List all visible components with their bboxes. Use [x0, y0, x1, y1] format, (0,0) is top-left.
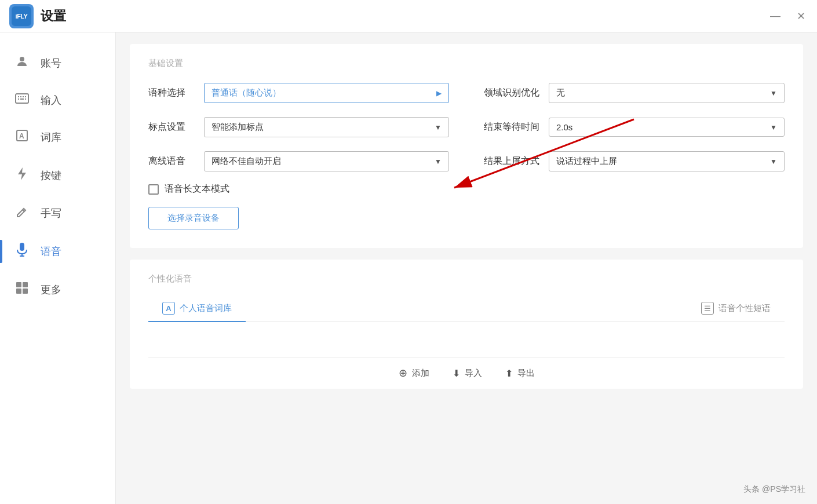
hotkey-icon [14, 167, 30, 184]
export-action[interactable]: ⬆ 导出 [505, 367, 535, 379]
more-label: 更多 [41, 283, 61, 297]
export-label: 导出 [517, 368, 535, 379]
svg-marker-11 [18, 167, 26, 180]
voice-label: 语音 [41, 244, 61, 258]
handwrite-icon [14, 205, 30, 221]
voice-icon [14, 242, 30, 261]
sidebar-item-wrapper-input: 输入 [0, 82, 115, 118]
result-display-label: 结果上屏方式 [484, 155, 539, 167]
end-wait-value: 2.0s [556, 122, 572, 132]
end-wait-arrow-icon: ▼ [770, 123, 777, 132]
punctuation-row: 标点设置 智能添加标点 ▼ [148, 117, 449, 137]
punctuation-arrow-icon: ▼ [435, 123, 442, 132]
tab2-label: 语音个性短语 [718, 303, 771, 314]
language-select[interactable]: 普通话（随心说） ▶ [204, 83, 449, 103]
basic-settings-title: 基础设置 [148, 58, 785, 69]
domain-label: 领域识别优化 [484, 87, 539, 99]
tabs-row: A 个人语音词库 ☰ 语音个性短语 [148, 296, 785, 322]
sidebar-item-voice[interactable]: 语音 [0, 232, 115, 271]
app-title: 设置 [41, 8, 66, 25]
domain-control: 无 ▼ [549, 83, 785, 103]
svg-text:A: A [19, 132, 24, 140]
vocabulary-label: 词库 [41, 130, 61, 144]
content-area: 基础设置 语种选择 普通话（随心说） ▶ 领域 [116, 32, 817, 504]
personal-settings-title: 个性化语音 [148, 273, 785, 284]
result-display-arrow-icon: ▼ [770, 158, 777, 166]
window-controls: — ✕ [768, 9, 808, 23]
offline-control: 网络不佳自动开启 ▼ [204, 151, 449, 171]
bottom-actions: ⊕ 添加 ⬇ 导入 ⬆ 导出 [148, 357, 785, 389]
sidebar-item-wrapper-voice: 语音 [0, 232, 115, 271]
punctuation-select[interactable]: 智能添加标点 ▼ [204, 117, 449, 137]
offline-row: 离线语音 网络不佳自动开启 ▼ [148, 151, 449, 171]
end-wait-select[interactable]: 2.0s ▼ [549, 118, 785, 137]
logo-text: iFLY [12, 6, 31, 26]
domain-select[interactable]: 无 ▼ [549, 83, 785, 103]
table-area [148, 322, 785, 357]
domain-arrow-icon: ▼ [770, 89, 777, 97]
language-label: 语种选择 [148, 87, 195, 99]
end-wait-label: 结束等待时间 [484, 121, 539, 133]
sidebar-item-more[interactable]: 更多 [0, 271, 115, 308]
tab2-icon: ☰ [701, 302, 714, 315]
input-icon [14, 93, 30, 108]
tab-personal-vocabulary[interactable]: A 个人语音词库 [148, 296, 246, 322]
sidebar-item-account[interactable]: 账号 [0, 44, 115, 82]
import-action[interactable]: ⬇ 导入 [453, 367, 482, 379]
svg-rect-13 [20, 243, 24, 251]
select-mic-button[interactable]: 选择录音设备 [148, 207, 239, 229]
sidebar-item-wrapper-account: 账号 [0, 44, 115, 82]
offline-label: 离线语音 [148, 155, 195, 167]
punctuation-label: 标点设置 [148, 121, 195, 133]
sidebar-item-hotkey[interactable]: 按键 [0, 156, 115, 195]
personal-settings-card: 个性化语音 A 个人语音词库 ☰ 语音个性短语 ⊕ [130, 260, 803, 389]
add-action[interactable]: ⊕ 添加 [399, 367, 429, 379]
domain-value: 无 [556, 87, 565, 98]
titlebar: iFLY 设置 — ✕ [0, 0, 817, 32]
input-label: 输入 [41, 93, 61, 107]
svg-line-12 [23, 210, 24, 211]
long-text-label: 语音长文本模式 [165, 183, 229, 195]
account-icon [14, 54, 30, 72]
svg-rect-18 [16, 288, 21, 294]
sidebar: 账号 输入 [0, 32, 116, 504]
sidebar-item-handwrite[interactable]: 手写 [0, 195, 115, 232]
import-label: 导入 [465, 368, 482, 379]
sidebar-item-wrapper-vocabulary: A 词库 [0, 118, 115, 156]
svg-rect-16 [16, 282, 21, 287]
main-area: 账号 输入 [0, 32, 817, 504]
sidebar-item-input[interactable]: 输入 [0, 82, 115, 118]
svg-rect-17 [23, 282, 28, 287]
app-logo: iFLY [9, 4, 34, 28]
language-arrow-icon: ▶ [436, 89, 442, 97]
offline-value: 网络不佳自动开启 [211, 156, 281, 167]
punctuation-value: 智能添加标点 [211, 122, 264, 133]
language-row: 语种选择 普通话（随心说） ▶ [148, 83, 449, 103]
import-icon: ⬇ [453, 368, 460, 379]
result-display-control: 说话过程中上屏 ▼ [549, 151, 785, 171]
sidebar-item-wrapper-handwrite: 手写 [0, 195, 115, 232]
close-button[interactable]: ✕ [794, 9, 808, 23]
long-text-checkbox[interactable] [148, 184, 159, 195]
end-wait-control: 2.0s ▼ [549, 118, 785, 137]
more-icon [14, 282, 30, 298]
basic-settings-card: 基础设置 语种选择 普通话（随心说） ▶ 领域 [130, 44, 803, 248]
export-icon: ⬆ [505, 368, 513, 379]
sidebar-item-wrapper-more: 更多 [0, 271, 115, 308]
settings-grid: 语种选择 普通话（随心说） ▶ 领域识别优化 [148, 83, 785, 171]
vocabulary-icon: A [14, 129, 30, 146]
select-mic-wrapper: 选择录音设备 [148, 207, 239, 229]
svg-rect-19 [23, 288, 28, 294]
sidebar-item-vocabulary[interactable]: A 词库 [0, 118, 115, 156]
result-display-value: 说话过程中上屏 [556, 156, 617, 167]
long-text-row: 语音长文本模式 [148, 183, 785, 195]
offline-select[interactable]: 网络不佳自动开启 ▼ [204, 151, 449, 171]
tab-personal-phrase[interactable]: ☰ 语音个性短语 [687, 296, 785, 322]
active-indicator [0, 240, 2, 263]
add-icon: ⊕ [399, 367, 407, 379]
add-label: 添加 [412, 368, 429, 379]
language-control: 普通话（随心说） ▶ [204, 83, 449, 103]
result-display-select[interactable]: 说话过程中上屏 ▼ [549, 151, 785, 171]
tab1-label: 个人语音词库 [180, 303, 232, 314]
minimize-button[interactable]: — [768, 9, 782, 23]
